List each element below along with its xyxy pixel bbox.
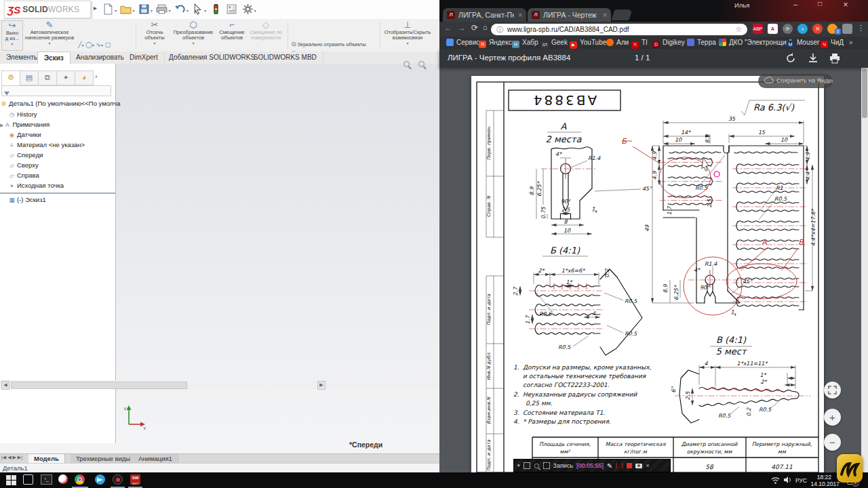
address-bar[interactable]: ⓘwww.ligra-spb.ru/CAD/AB3884_CAD.pdf ☆ [491, 24, 747, 35]
animation-tab[interactable]: Анимация1 [133, 454, 178, 463]
featuremanager-tab[interactable]: ⚙ [1, 70, 20, 85]
tab-close-icon[interactable]: × [603, 12, 607, 19]
selection-filter-icon[interactable] [210, 3, 222, 15]
clock-date[interactable]: 14.10.2017 [810, 481, 840, 487]
screenshot-camera-icon[interactable] [635, 464, 642, 468]
pdf-scrollbar[interactable] [861, 68, 868, 472]
terminal-icon[interactable]: ›_ [41, 474, 52, 485]
tab-sketch[interactable]: Эскиз [37, 52, 71, 64]
scrollbar-thumb[interactable] [862, 69, 867, 118]
adblock-extension-icon[interactable]: ABP [753, 24, 763, 34]
bookmark-dko[interactable]: ДКО "Электронщик" [719, 37, 791, 49]
browser-tab-2-active[interactable]: Л ЛИГРА - Чертеж профи × [528, 8, 611, 22]
solidworks-taskbar-icon[interactable]: SW2017 [130, 474, 140, 485]
rotate-icon[interactable] [785, 53, 796, 64]
volume-icon[interactable] [783, 476, 791, 484]
bookmark-habr[interactable]: HХабр [512, 37, 538, 49]
misc-extension-icon[interactable] [842, 24, 852, 34]
page-info-icon[interactable]: ⓘ [496, 26, 503, 33]
scroll-left-button[interactable]: ◀ [1, 381, 9, 390]
stop-icon[interactable] [627, 463, 632, 468]
wifi-icon[interactable] [771, 476, 780, 484]
reload-icon[interactable]: ⟳ [471, 23, 478, 33]
logo-flyout-arrow[interactable]: ▸ [94, 4, 97, 12]
3dviews-tab[interactable]: Трехмерные виды [71, 454, 136, 463]
chrome-taskbar-icon[interactable] [75, 474, 85, 485]
bookmark-terra[interactable]: Терра [687, 37, 716, 49]
bookmark-youtube[interactable]: ▶YouTube [570, 37, 606, 49]
dimxpert-manager-tab[interactable]: ⌖ [56, 70, 75, 85]
tree-item-right-plane[interactable]: ▱Справа [8, 171, 123, 180]
bookmarks-overflow-chevron[interactable]: » [849, 37, 853, 49]
tree-item-annotations[interactable]: ▶AПримечания [0, 120, 115, 129]
bookmark-ali[interactable]: Али [606, 37, 629, 49]
tab-mbd[interactable]: SOLIDWORKS MBD [248, 52, 323, 63]
tab-nav-arrows[interactable]: |◀ ◀ ▶ ▶| [1, 455, 22, 460]
print-icon[interactable] [829, 53, 840, 64]
rollback-bar[interactable] [0, 192, 115, 194]
chrome-profile-button[interactable]: Илья [734, 1, 749, 9]
close-button[interactable]: × [834, 0, 857, 9]
tree-item-top-plane[interactable]: ▱Сверху [8, 161, 123, 170]
save-icon[interactable] [138, 3, 150, 15]
convert-entities-button[interactable]: ⬡ Преобразование объектов▾ [171, 20, 216, 49]
tree-item-origin[interactable]: ⌖Исходная точка [8, 181, 123, 190]
trim-entities-button[interactable]: ✂ Отсечь объекты▾ [140, 20, 170, 49]
fullscreen-icon[interactable] [543, 462, 550, 469]
yandex-disk-save-overlay[interactable]: Сохранить на Яндекс.Диск [758, 74, 833, 88]
options-gear-icon[interactable] [242, 3, 254, 15]
bookmark-mouser[interactable]: MMouser [787, 37, 819, 49]
display-relations-button[interactable]: ⊥ Отобразить/Скрыть взаимосвязи▾ [383, 20, 432, 49]
tree-root[interactable]: ⚙Деталь1 (По умолчанию<<По умолча [0, 99, 115, 108]
fit-page-button[interactable] [824, 382, 841, 399]
maximize-button[interactable]: □ [808, 0, 831, 7]
select-cursor-icon[interactable] [192, 3, 203, 15]
print-icon[interactable] [156, 3, 167, 15]
yandex-extension-icon[interactable]: Я [812, 24, 823, 34]
viewport-hscrollbar[interactable]: ◀ ▶ [0, 380, 439, 389]
recorder-menu-caret[interactable]: ▾ [517, 463, 520, 468]
recorder-app-icon[interactable] [113, 474, 123, 485]
zoom-in-button[interactable]: + [824, 409, 841, 426]
bookmark-digikey[interactable]: DDigikey [652, 37, 685, 49]
zoom-out-button[interactable]: − [824, 434, 841, 451]
back-icon[interactable]: ← [444, 23, 452, 33]
bookmark-star-icon[interactable]: ☆ [735, 24, 742, 35]
tree-item-material[interactable]: ≡Материал <не указан> [8, 140, 123, 150]
bookmark-ti[interactable]: TITI [631, 37, 648, 49]
tree-filter-input[interactable] [1, 85, 111, 96]
mirror-entities-button[interactable]: ⧉Зеркально отразить объекты [292, 40, 366, 49]
recorder-close-icon[interactable]: × [646, 462, 649, 469]
draw-pencil-icon[interactable]: ✎ [607, 462, 612, 470]
blue-extension-icon[interactable]: ◗ [797, 24, 808, 34]
browser-tab-1[interactable]: Л ЛИГРА, Санкт-Петербур × [443, 8, 526, 22]
new-document-icon[interactable] [102, 3, 114, 15]
new-tab-button[interactable] [611, 9, 632, 20]
gray-extension-icon[interactable]: ⟳ [783, 24, 793, 34]
clock-time[interactable]: 18:22 [817, 474, 831, 481]
exit-sketch-button[interactable]: ↪ Выход из...▾ [1, 20, 23, 51]
display-manager-tab[interactable]: ◕ [75, 70, 94, 85]
tree-item-front-plane[interactable]: ▱Спереди [8, 150, 123, 160]
task-view-button[interactable] [23, 474, 33, 485]
tree-item-sketch1[interactable]: ▦(-) Эскиз1 [8, 195, 123, 205]
acrobat-extension-icon[interactable]: A [768, 24, 778, 34]
offset-entities-button[interactable]: ⌐ Смещение объектов [217, 20, 247, 49]
zoom-area-icon[interactable] [418, 58, 425, 70]
utility-app-icon[interactable] [58, 474, 68, 484]
window-mode-icon[interactable] [524, 462, 530, 469]
keyboard-language[interactable]: РУС [795, 477, 807, 484]
bookmark-geek[interactable]: GTGeek [541, 37, 568, 49]
offset-on-surface-button[interactable]: ◇ Смещение по поверхности [248, 20, 283, 49]
autodimension-button[interactable]: ✎ Автоматическое нанесение размеров▾ [23, 20, 76, 49]
open-icon[interactable] [120, 3, 132, 15]
scroll-right-button[interactable]: ▶ [317, 381, 326, 390]
propertymanager-tab[interactable]: ▤ [20, 70, 39, 85]
pdf-content-area[interactable]: Перв. примен. Справ. N Подп. и дата Инв.… [439, 68, 868, 472]
telegram-icon[interactable] [95, 474, 105, 485]
file-properties-icon[interactable] [226, 3, 237, 15]
pause-icon[interactable] [616, 463, 623, 468]
model-tab[interactable]: Модель [28, 454, 65, 463]
bookmark-chid[interactable]: ЧЧиД [821, 37, 844, 49]
quick-access-toolbar[interactable]: ▾ ▾ ▾ ▾ ▾ ▾ ▾ [102, 3, 256, 15]
